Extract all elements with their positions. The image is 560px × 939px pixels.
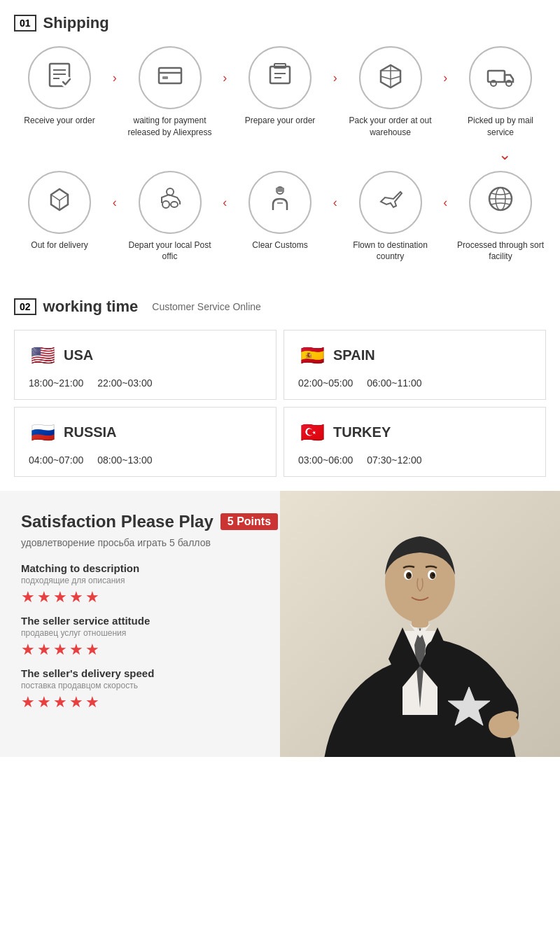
step-circle-8 (248, 171, 312, 234)
step-circle-2 (139, 46, 202, 109)
svg-rect-16 (488, 71, 505, 82)
payment-icon (155, 60, 186, 97)
arrow-8-7: ‹ (223, 195, 227, 210)
star-2-3: ★ (53, 641, 67, 659)
star-2-2: ★ (37, 641, 51, 659)
star-2-4: ★ (69, 641, 83, 659)
svg-point-22 (167, 188, 174, 195)
step-label-10: Processed through sort facility (455, 239, 546, 263)
shipping-step-2: waiting for payment released by Aliexpre… (125, 46, 216, 139)
satisfaction-title-text: Satisfaction Please Play (21, 512, 214, 531)
flag-turkey: 🇹🇷 (298, 418, 326, 446)
country-header-usa: 🇺🇸 USA (29, 341, 262, 369)
step-label-5: Picked up by mail service (455, 115, 546, 139)
step-label-8: Clear Customs (252, 239, 307, 251)
shipping-step-7: Depart your local Post offic (125, 171, 216, 263)
pickup-icon (485, 60, 516, 97)
rating-label-1: Matching to description (21, 562, 315, 574)
russia-time-2: 08:00~13:00 (97, 454, 152, 466)
country-name-spain: SPAIN (333, 347, 375, 363)
flight-icon (375, 183, 406, 221)
country-card-usa: 🇺🇸 USA 18:00~21:00 22:00~03:00 (14, 330, 276, 400)
flag-russia: 🇷🇺 (29, 418, 57, 446)
star-3-5: ★ (85, 693, 99, 711)
shipping-step-9: Flown to destination country (345, 171, 436, 263)
shipping-step-3: Prepare your order (234, 46, 326, 127)
rating-label-2: The seller service attitude (21, 615, 315, 627)
arrow-2-3: › (223, 71, 227, 85)
turkey-time-2: 07:30~12:00 (367, 454, 421, 466)
step-label-7: Depart your local Post offic (125, 239, 216, 263)
step-circle-5 (469, 46, 532, 109)
time-slots-russia: 04:00~07:00 08:00~13:00 (29, 454, 262, 466)
star-1-5: ★ (85, 588, 99, 606)
shipping-step-1: Receive your order (14, 46, 105, 127)
flag-spain: 🇪🇸 (298, 341, 326, 369)
working-subtitle: Customer Service Online (152, 301, 261, 312)
spain-time-1: 02:00~05:00 (298, 377, 353, 389)
shipping-step-4: Pack your order at out warehouse (345, 46, 436, 139)
time-slots-turkey: 03:00~06:00 07:30~12:00 (298, 454, 531, 466)
rating-stars-1: ★ ★ ★ ★ ★ (21, 588, 315, 606)
usa-time-1: 18:00~21:00 (29, 377, 83, 389)
star-2-5: ★ (85, 641, 99, 659)
star-1-2: ★ (37, 588, 51, 606)
step-circle-9 (359, 171, 422, 234)
arrow-1-2: › (113, 71, 117, 85)
rating-sublabel-2: продавец услуг отношения (21, 628, 315, 638)
country-header-spain: 🇪🇸 SPAIN (298, 341, 531, 369)
section-number-working: 02 (14, 298, 36, 315)
svg-point-20 (162, 201, 169, 208)
points-badge: 5 Points (220, 513, 278, 530)
country-name-russia: RUSSIA (64, 424, 117, 440)
delivery-icon (44, 183, 75, 221)
section-title-working: working time (43, 298, 139, 316)
shipping-row-1: Receive your order › waiting for payment… (14, 46, 546, 139)
step-label-1: Receive your order (24, 115, 94, 127)
rating-item-3: The seller's delivery speed поставка про… (21, 667, 315, 711)
star-1-3: ★ (53, 588, 67, 606)
svg-rect-8 (270, 67, 290, 83)
rating-stars-3: ★ ★ ★ ★ ★ (21, 693, 315, 711)
svg-point-21 (171, 202, 178, 207)
shipping-step-6: Out for delivery (14, 171, 105, 251)
star-1-4: ★ (69, 588, 83, 606)
svg-rect-24 (276, 188, 284, 192)
svg-point-42 (408, 573, 411, 576)
star-3-2: ★ (37, 693, 51, 711)
shipping-header: 01 Shipping (14, 14, 546, 32)
satisfaction-title: Satisfaction Please Play 5 Points (21, 512, 315, 531)
arrow-9-8: ‹ (333, 195, 337, 210)
russia-time-1: 04:00~07:00 (29, 454, 83, 466)
country-card-spain: 🇪🇸 SPAIN 02:00~05:00 06:00~11:00 (284, 330, 546, 400)
time-slots-usa: 18:00~21:00 22:00~03:00 (29, 377, 262, 389)
country-name-usa: USA (64, 347, 93, 363)
arrow-4-5: › (443, 71, 447, 85)
step-label-4: Pack your order at out warehouse (345, 115, 436, 139)
working-header: 02 working time Customer Service Online (14, 298, 546, 316)
local-post-icon (155, 183, 186, 221)
time-slots-spain: 02:00~05:00 06:00~11:00 (298, 377, 531, 389)
satisfaction-subtitle: удовлетворение просьба играть 5 баллов (21, 537, 315, 548)
shipping-row-2: Out for delivery ‹ Depart your local Pos… (14, 171, 546, 263)
turkey-time-1: 03:00~06:00 (298, 454, 353, 466)
customs-icon (265, 183, 295, 221)
rating-item-2: The seller service attitude продавец усл… (21, 615, 315, 659)
step-label-3: Prepare your order (245, 115, 316, 127)
step-label-9: Flown to destination country (345, 239, 436, 263)
step-circle-7 (139, 171, 202, 234)
businessman-figure (280, 491, 560, 757)
arrow-down: ⌄ (14, 146, 546, 164)
spain-time-2: 06:00~11:00 (367, 377, 421, 389)
svg-point-43 (432, 573, 435, 576)
arrow-10-9: ‹ (443, 195, 447, 210)
country-header-turkey: 🇹🇷 TURKEY (298, 418, 531, 446)
step-circle-6 (28, 171, 91, 234)
star-1-1: ★ (21, 588, 35, 606)
businessman-svg (280, 491, 560, 757)
star-3-3: ★ (53, 693, 67, 711)
country-card-turkey: 🇹🇷 TURKEY 03:00~06:00 07:30~12:00 (284, 407, 546, 477)
working-time-section: 02 working time Customer Service Online … (0, 277, 560, 491)
shipping-section: 01 Shipping Receive your order (0, 0, 560, 277)
svg-rect-5 (159, 68, 181, 83)
